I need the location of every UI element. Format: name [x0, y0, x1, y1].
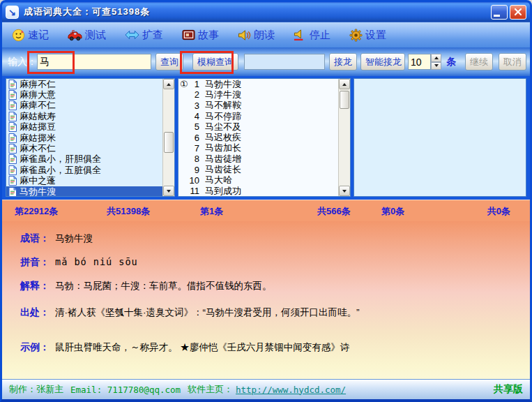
- minimize-button[interactable]: [491, 5, 508, 20]
- window-title: 成语词典大全：可查51398条: [24, 6, 150, 18]
- result-item[interactable]: ①1马勃牛溲: [178, 79, 350, 89]
- list-item[interactable]: 麻雀虽小，肝胆俱全: [6, 154, 174, 165]
- list-item[interactable]: 麻中之蓬: [6, 176, 174, 186]
- minimize-icon: [494, 15, 500, 17]
- story-icon: [182, 29, 195, 41]
- close-icon: [514, 8, 522, 16]
- left-scrollbar[interactable]: [162, 79, 174, 196]
- middle-scrollbar[interactable]: [338, 79, 350, 196]
- result-item[interactable]: 2马浡牛溲: [178, 89, 350, 100]
- cancel-button[interactable]: 取消: [499, 53, 526, 70]
- result-number: 2: [188, 89, 199, 100]
- result-item[interactable]: 3马不解鞍: [178, 100, 350, 111]
- list-item[interactable]: 麻姑献寿: [6, 111, 174, 121]
- result-item[interactable]: 7马齿加长: [178, 143, 350, 154]
- result-number: 6: [188, 133, 199, 143]
- scroll-down-button[interactable]: [163, 186, 174, 196]
- result-item[interactable]: 5马尘不及: [178, 121, 350, 132]
- smiley-icon: [12, 29, 25, 42]
- stat-value: 共0条: [487, 200, 510, 222]
- detail-label: 成语：: [20, 232, 50, 244]
- list-item[interactable]: 麻姑掷米: [6, 133, 174, 143]
- search-input[interactable]: [37, 54, 151, 70]
- query-button[interactable]: 查询: [155, 53, 183, 70]
- result-marker: ①: [178, 79, 188, 89]
- scroll-down-button[interactable]: [339, 186, 350, 196]
- result-label: 马到成功: [205, 185, 241, 197]
- homepage-link[interactable]: http://www.hydcd.com/: [236, 385, 346, 395]
- result-number: 10: [188, 175, 199, 186]
- gear-icon: [349, 29, 363, 42]
- list-item[interactable]: 麻木不仁: [6, 143, 174, 154]
- stop-speaker-icon: [294, 29, 307, 41]
- toolbar-item-expand-search[interactable]: 扩查: [125, 29, 163, 42]
- result-number: 7: [188, 143, 199, 154]
- result-item[interactable]: 4马不停蹄: [178, 111, 350, 121]
- idiom-list-panel: 麻痹不仁麻痹大意麻痺不仁麻姑献寿麻姑掷豆麻姑掷米麻木不仁麻雀虽小，肝胆俱全麻雀虽…: [6, 78, 175, 197]
- scroll-up-button[interactable]: [339, 79, 350, 89]
- lists-row: 麻痹不仁麻痹大意麻痺不仁麻姑献寿麻姑掷豆麻姑掷米麻木不仁麻雀虽小，肝胆俱全麻雀虽…: [2, 76, 530, 200]
- detail-row: 拼音：mǎ bó niú sōu: [20, 256, 520, 269]
- scrollbar-thumb[interactable]: [340, 91, 349, 109]
- toolbar-item-quick-note[interactable]: 速记: [12, 29, 49, 42]
- down-arrow-icon: [342, 190, 347, 193]
- stats-bar: 第22912条共51398条第1条共566条第0条共0条: [2, 200, 530, 221]
- list-item[interactable]: 麻痹大意: [6, 89, 174, 100]
- detail-text: 鼠肝虫臂唯天命，～称异才。 ★廖仲恺《壬戌六月禁锢中闻变有感》诗: [55, 342, 349, 352]
- maker-label: 制作：张新主: [9, 383, 63, 396]
- document-icon: [8, 133, 17, 143]
- toolbar-item-test[interactable]: 测试: [68, 29, 106, 42]
- toolbar-item-read-aloud[interactable]: 朗读: [238, 29, 275, 42]
- result-number: 8: [188, 154, 199, 164]
- toolbar-item-settings[interactable]: 设置: [349, 29, 386, 42]
- list-item[interactable]: 麻痹不仁: [6, 79, 174, 89]
- detail-text: 马勃：马屁菌；牛溲：车前草。借指不值钱的东西。: [55, 281, 272, 291]
- toolbar-label: 扩查: [142, 29, 163, 42]
- email-label: Email: 7117780@qq.com: [70, 385, 181, 395]
- toolbar-item-stop[interactable]: 停止: [294, 29, 330, 42]
- extra-panel: [354, 78, 526, 197]
- detail-label: 出处：: [20, 306, 50, 318]
- result-number: 4: [188, 111, 199, 121]
- fuzzy-query-button[interactable]: 模糊查询: [192, 53, 238, 70]
- continue-button[interactable]: 继续: [465, 53, 493, 70]
- detail-area: 成语：马勃牛溲拼音：mǎ bó niú sōu解释：马勃：马屁菌；牛溲：车前草。…: [2, 221, 530, 379]
- up-arrow-icon: [342, 83, 347, 86]
- chain-button[interactable]: 接龙: [329, 53, 357, 70]
- scrollbar-thumb[interactable]: [164, 132, 174, 153]
- result-number: 1: [188, 79, 199, 89]
- spin-up-button[interactable]: [431, 54, 441, 62]
- toolbar-label: 停止: [310, 29, 330, 42]
- spin-down-button[interactable]: [431, 62, 441, 70]
- result-item[interactable]: 8马齿徒增: [178, 154, 350, 164]
- close-button[interactable]: [510, 5, 526, 20]
- list-item[interactable]: 麻痺不仁: [6, 100, 174, 111]
- result-item[interactable]: 9马齿徒长: [178, 164, 350, 174]
- result-list-panel: ①1马勃牛溲2马浡牛溲3马不解鞍4马不停蹄5马尘不及6马迟枚疾7马齿加长8马齿徒…: [178, 78, 351, 197]
- list-item[interactable]: 麻姑掷豆: [6, 122, 174, 133]
- smart-chain-button[interactable]: 智能接龙: [360, 53, 405, 70]
- document-icon: [8, 100, 17, 110]
- count-input[interactable]: [408, 54, 431, 70]
- stat-value: 共51398条: [107, 200, 150, 222]
- detail-label: 拼音：: [20, 256, 50, 267]
- result-item[interactable]: 11马到成功: [178, 186, 350, 196]
- list-item[interactable]: 麻雀虽小，五脏俱全: [6, 165, 174, 175]
- stat-value: 共566条: [317, 200, 351, 222]
- chain-input[interactable]: [244, 54, 325, 70]
- result-item[interactable]: 10马大哈: [178, 175, 350, 186]
- list-item[interactable]: 马勃牛溲: [6, 186, 174, 197]
- count-stepper: [431, 54, 441, 70]
- list-item-label: 马勃牛溲: [20, 186, 56, 197]
- scroll-up-button[interactable]: [163, 79, 174, 89]
- detail-text: 清·褚人获《坚瓠十集·遗臭文词》：“马勃牛溲君受用，何须开口出而哇。”: [55, 307, 359, 318]
- result-item[interactable]: 6马迟枚疾: [178, 132, 350, 142]
- document-icon: [8, 144, 17, 154]
- toolbar-item-story[interactable]: 故事: [182, 29, 219, 42]
- document-icon: [8, 80, 17, 89]
- stat-value: 第1条: [200, 200, 223, 222]
- toolbar-label: 故事: [198, 29, 219, 42]
- detail-row: 出处：清·褚人获《坚瓠十集·遗臭文词》：“马勃牛溲君受用，何须开口出而哇。”: [20, 306, 520, 319]
- query-row: 输入： 查询 模糊查询 接龙 智能接龙 条 继续 取消: [2, 47, 530, 76]
- toolbar-label: 测试: [85, 29, 106, 42]
